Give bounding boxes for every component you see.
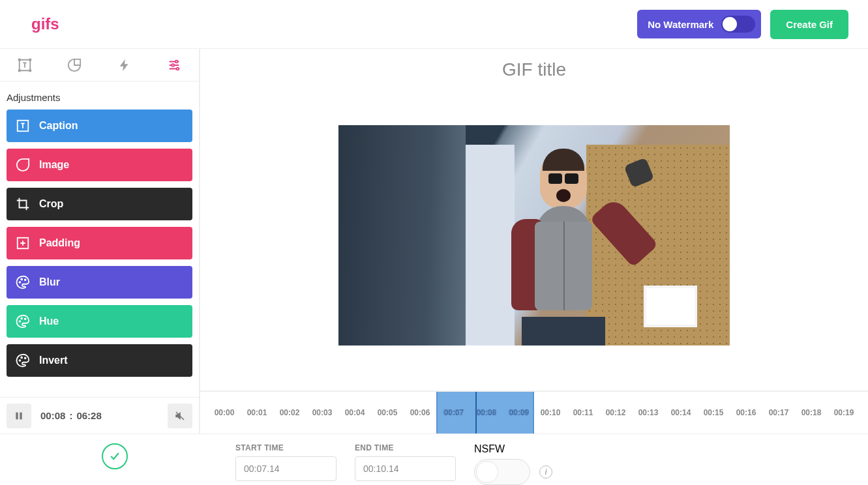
timeline-tick[interactable]: 00:19 bbox=[828, 408, 860, 417]
tab-adjustments[interactable] bbox=[149, 49, 199, 81]
svg-point-3 bbox=[19, 69, 21, 71]
svg-point-13 bbox=[20, 321, 21, 322]
svg-point-7 bbox=[177, 67, 179, 70]
text-frame-icon bbox=[18, 58, 32, 72]
svg-point-11 bbox=[21, 279, 22, 280]
sticker-icon bbox=[67, 58, 82, 72]
adj-padding[interactable]: Padding bbox=[7, 227, 192, 259]
frame-person bbox=[492, 151, 635, 345]
frame-head bbox=[540, 151, 587, 209]
pause-button[interactable] bbox=[7, 404, 31, 428]
timeline-tick[interactable]: 00:15 bbox=[697, 408, 730, 417]
watermark-toggle[interactable]: No Watermark bbox=[637, 10, 761, 38]
svg-point-15 bbox=[25, 318, 26, 319]
video-frame[interactable] bbox=[338, 125, 730, 345]
timeline-tick[interactable]: 00:03 bbox=[306, 408, 338, 417]
frame-zip bbox=[563, 222, 565, 310]
timeline-tick[interactable]: 00:16 bbox=[730, 408, 762, 417]
timeline-tick[interactable]: 00:02 bbox=[273, 408, 306, 417]
bottom-controls: START TIME END TIME NSFW OFF i bbox=[0, 434, 868, 485]
frame-mouth bbox=[556, 189, 571, 202]
adj-label: Invert bbox=[39, 355, 68, 366]
svg-point-17 bbox=[21, 357, 22, 359]
frame-torso bbox=[511, 206, 616, 310]
frame-bg-door bbox=[338, 125, 466, 345]
playback-bar: 00:08 : 06:28 bbox=[0, 397, 199, 434]
app-logo: gifs bbox=[31, 15, 59, 33]
timeline-tick[interactable]: 00:10 bbox=[534, 408, 567, 417]
create-gif-button[interactable]: Create Gif bbox=[770, 10, 848, 39]
toggle-track bbox=[721, 16, 755, 33]
adj-label: Crop bbox=[39, 198, 63, 210]
done-button[interactable] bbox=[102, 443, 128, 469]
svg-point-1 bbox=[19, 59, 21, 61]
mute-button[interactable] bbox=[168, 404, 192, 428]
timeline-playhead[interactable] bbox=[475, 392, 477, 434]
svg-point-16 bbox=[20, 360, 21, 361]
nsfw-row: OFF i bbox=[474, 459, 552, 485]
timeline-tick[interactable]: 00:13 bbox=[632, 408, 665, 417]
frame-hair bbox=[543, 149, 584, 171]
timeline-tick[interactable]: 00:11 bbox=[567, 408, 599, 417]
adj-crop[interactable]: Crop bbox=[7, 188, 192, 220]
adj-caption[interactable]: Caption bbox=[7, 110, 192, 142]
timeline-tick[interactable]: 00:18 bbox=[795, 408, 828, 417]
adjustments-list[interactable]: Adjustments Caption Image Crop Padding B… bbox=[0, 81, 199, 397]
preview-canvas bbox=[200, 80, 868, 390]
nsfw-toggle[interactable]: OFF bbox=[474, 459, 530, 485]
svg-point-6 bbox=[172, 64, 174, 66]
gif-title[interactable]: GIF title bbox=[200, 49, 868, 80]
current-time: 00:08 bbox=[40, 410, 65, 421]
tab-caption[interactable] bbox=[0, 49, 50, 81]
check-icon bbox=[108, 450, 121, 463]
sidebar: Adjustments Caption Image Crop Padding B… bbox=[0, 49, 200, 434]
timeline-tick[interactable]: 00:01 bbox=[241, 408, 273, 417]
adj-blur[interactable]: Blur bbox=[7, 266, 192, 299]
palette-icon bbox=[16, 314, 30, 329]
palette-icon bbox=[16, 275, 30, 289]
playback-time: 00:08 : 06:28 bbox=[40, 410, 158, 421]
sidebar-tabs bbox=[0, 49, 199, 81]
tab-sticker[interactable] bbox=[50, 49, 99, 81]
total-time: 06:28 bbox=[76, 410, 101, 421]
info-icon[interactable]: i bbox=[539, 465, 552, 478]
timeline-tick[interactable]: 00:05 bbox=[371, 408, 404, 417]
svg-point-4 bbox=[29, 69, 31, 71]
timeline-tick[interactable]: 00:00 bbox=[208, 408, 241, 417]
tab-effects[interactable] bbox=[100, 49, 149, 81]
nsfw-knob bbox=[476, 461, 498, 483]
end-time-input[interactable] bbox=[355, 456, 456, 481]
timeline-tick[interactable]: 00:12 bbox=[599, 408, 632, 417]
adj-label: Blur bbox=[39, 276, 60, 288]
pause-icon bbox=[14, 411, 24, 421]
svg-point-18 bbox=[25, 357, 26, 359]
adj-label: Hue bbox=[39, 316, 59, 327]
timeline-tick[interactable]: 00:14 bbox=[665, 408, 697, 417]
adj-invert[interactable]: Invert bbox=[7, 344, 192, 377]
timeline-tick[interactable]: 00:17 bbox=[762, 408, 795, 417]
palette-icon bbox=[16, 353, 30, 368]
sliders-icon bbox=[167, 58, 181, 72]
adj-label: Padding bbox=[39, 237, 80, 249]
header-actions: No Watermark Create Gif bbox=[637, 10, 848, 39]
timeline-tick[interactable]: 00:06 bbox=[404, 408, 436, 417]
timeline-selection[interactable]: 00:0700:0800:09 bbox=[436, 392, 534, 434]
timeline-tick[interactable]: 00:04 bbox=[338, 408, 371, 417]
timeline[interactable]: 00:0000:0100:0200:0300:0400:0500:0600:07… bbox=[200, 390, 868, 434]
adj-image[interactable]: Image bbox=[7, 149, 192, 181]
text-frame-icon bbox=[16, 119, 30, 133]
crop-icon bbox=[16, 197, 30, 211]
end-time-label: END TIME bbox=[355, 443, 456, 452]
nsfw-label: NSFW bbox=[474, 443, 552, 455]
toggle-knob bbox=[723, 17, 737, 31]
time-separator: : bbox=[69, 410, 72, 421]
adjustments-heading: Adjustments bbox=[7, 89, 192, 110]
adj-hue[interactable]: Hue bbox=[7, 305, 192, 338]
bolt-icon bbox=[117, 58, 132, 72]
start-time-input[interactable] bbox=[235, 456, 337, 481]
frame-bg-monitor bbox=[644, 286, 697, 327]
svg-rect-19 bbox=[16, 412, 18, 419]
padding-icon bbox=[16, 236, 30, 250]
frame-sunglasses bbox=[546, 173, 580, 185]
svg-rect-20 bbox=[20, 412, 22, 419]
